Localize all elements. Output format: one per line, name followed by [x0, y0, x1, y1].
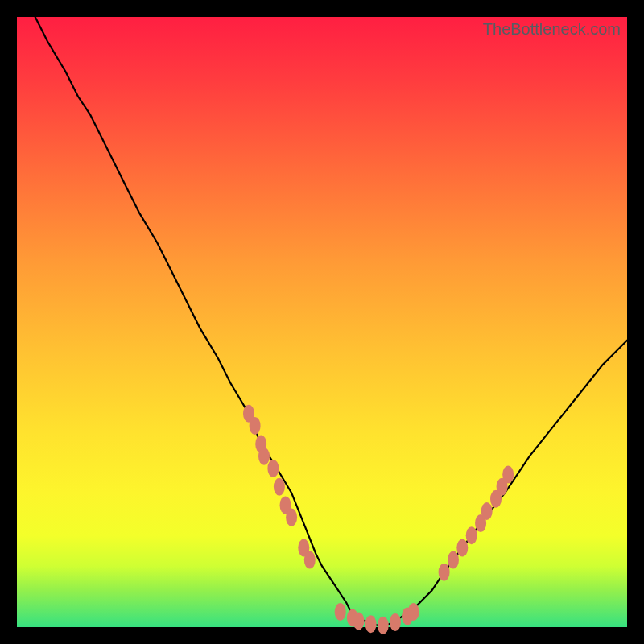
highlight-dot: [286, 509, 297, 526]
bottleneck-curve: [35, 17, 627, 627]
highlight-dot: [448, 551, 459, 569]
highlight-dot: [408, 603, 419, 621]
highlight-dot: [390, 613, 401, 631]
chart-svg: [17, 17, 627, 627]
highlight-dot: [353, 612, 365, 630]
highlight-dot: [250, 417, 261, 435]
highlight-dot: [274, 478, 285, 496]
highlight-dot: [304, 551, 316, 569]
highlight-dot: [267, 460, 279, 477]
highlight-dot: [365, 615, 377, 633]
highlight-dot: [466, 526, 477, 544]
highlight-dot: [258, 448, 270, 465]
highlight-dot: [335, 603, 346, 621]
curve-highlight-dots: [243, 405, 514, 634]
highlight-dot: [456, 539, 468, 557]
chart-background: TheBottleneck.com: [17, 17, 627, 627]
highlight-dot: [439, 564, 450, 581]
highlight-dot: [481, 502, 493, 520]
highlight-dot: [378, 617, 389, 634]
highlight-dot: [502, 466, 514, 484]
